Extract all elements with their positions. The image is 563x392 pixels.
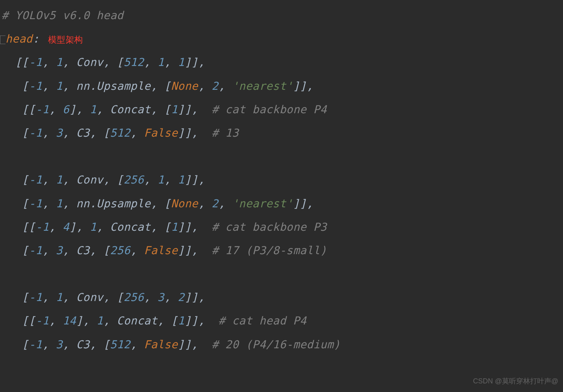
- code-line: [-1, 1, nn.Upsample, [None, 2, 'nearest'…: [2, 192, 563, 216]
- code-line: [2, 262, 563, 286]
- title-comment: # YOLOv5 v6.0 head: [2, 9, 123, 22]
- annotation-label: 模型架构: [48, 35, 83, 45]
- fold-icon[interactable]: [0, 36, 5, 44]
- inline-comment: # cat backbone P4: [212, 103, 327, 116]
- code-line: [-1, 3, C3, [512, False]], # 13: [2, 121, 563, 145]
- code-line: [2, 145, 563, 168]
- code-line: [-1, 3, C3, [512, False]], # 20 (P4/16-m…: [2, 333, 563, 356]
- colon: :: [32, 32, 39, 45]
- yaml-key: head: [5, 32, 32, 45]
- inline-comment: # 20 (P4/16-medium): [212, 338, 340, 351]
- code-line: [[-1, 14], 1, Concat, [1]], # cat head P…: [2, 309, 563, 333]
- code-line: [[-1, 6], 1, Concat, [1]], # cat backbon…: [2, 98, 563, 121]
- head-key-line: head:模型架构: [2, 27, 563, 51]
- watermark-text: CSDN @莫听穿林打叶声@: [473, 374, 558, 389]
- code-line: [-1, 1, Conv, [256, 3, 2]],: [2, 286, 563, 309]
- inline-comment: # 13: [212, 127, 239, 139]
- code-line: [[-1, 4], 1, Concat, [1]], # cat backbon…: [2, 216, 563, 239]
- code-line: [-1, 1, Conv, [256, 1, 1]],: [2, 168, 563, 192]
- inline-comment: # cat head P4: [218, 314, 306, 327]
- code-line: [-1, 3, C3, [256, False]], # 17 (P3/8-sm…: [2, 239, 563, 262]
- code-line: [[-1, 1, Conv, [512, 1, 1]],: [2, 51, 563, 74]
- inline-comment: # 17 (P3/8-small): [212, 244, 327, 257]
- code-block[interactable]: [[-1, 1, Conv, [512, 1, 1]], [-1, 1, nn.…: [2, 51, 563, 356]
- inline-comment: # cat backbone P3: [212, 221, 327, 233]
- comment-line: # YOLOv5 v6.0 head: [2, 4, 563, 27]
- code-line: [-1, 1, nn.Upsample, [None, 2, 'nearest'…: [2, 75, 563, 98]
